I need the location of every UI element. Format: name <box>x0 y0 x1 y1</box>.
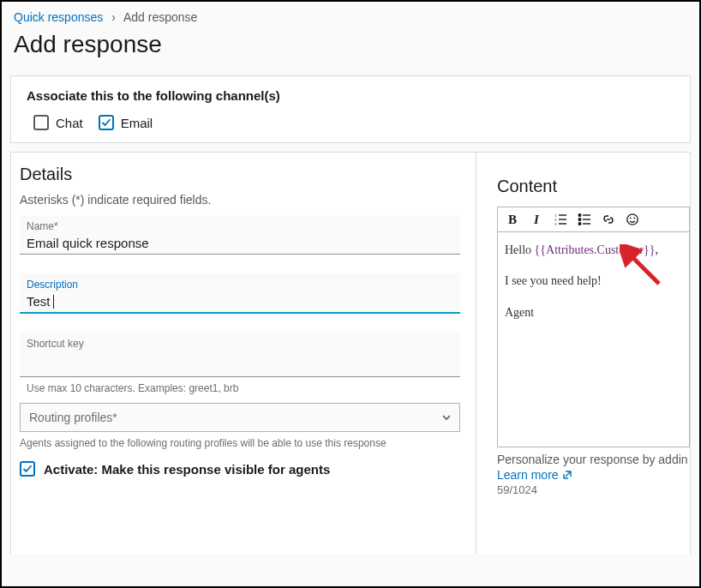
svg-point-8 <box>578 223 581 225</box>
description-field[interactable]: Description Test <box>20 273 460 314</box>
details-title: Details <box>20 165 460 184</box>
editor-body[interactable]: Hello {{Attributes.Customer}}, I see you… <box>498 232 689 447</box>
link-icon <box>602 213 615 226</box>
text-cursor-icon <box>51 295 55 309</box>
details-panel: Details Asterisks (*) indicate required … <box>10 152 476 555</box>
editor-text-line2: I see you need help! <box>505 272 682 291</box>
associate-title: Associate this to the following channel(… <box>27 88 674 103</box>
svg-point-13 <box>627 214 638 225</box>
bold-button[interactable]: B <box>505 212 520 227</box>
learn-more-link[interactable]: Learn more <box>497 468 690 482</box>
email-label: Email <box>121 116 153 130</box>
required-note: Asterisks (*) indicate required fields. <box>20 193 460 207</box>
ordered-list-button[interactable]: 123 <box>553 212 568 227</box>
editor-text-line1-prefix: Hello <box>505 243 535 256</box>
unordered-list-button[interactable] <box>577 212 592 227</box>
breadcrumb: Quick responses › Add response <box>2 2 699 27</box>
svg-point-6 <box>578 214 581 217</box>
shortcut-label: Shortcut key <box>27 338 453 350</box>
editor-text-line1-suffix: , <box>655 243 658 256</box>
routing-hint: Agents assigned to the following routing… <box>20 437 460 449</box>
italic-button[interactable]: I <box>529 212 544 227</box>
ordered-list-icon: 123 <box>554 213 567 226</box>
emoji-icon <box>626 213 639 226</box>
editor-toolbar: B I 123 <box>498 207 689 232</box>
editor-text-line3: Agent <box>505 303 682 322</box>
channel-row: Chat Email <box>33 115 674 130</box>
content-title: Content <box>497 177 690 196</box>
name-label: Name* <box>27 220 453 232</box>
associate-card: Associate this to the following channel(… <box>10 75 691 143</box>
personalize-note: Personalize your response by addin <box>497 453 690 466</box>
svg-text:3: 3 <box>554 222 557 226</box>
breadcrumb-parent[interactable]: Quick responses <box>14 10 103 24</box>
chat-checkbox[interactable] <box>33 115 49 130</box>
description-input[interactable]: Test <box>27 294 51 309</box>
activate-checkbox[interactable] <box>20 461 35 477</box>
check-icon <box>22 464 33 474</box>
char-counter: 59/1024 <box>497 483 690 496</box>
check-icon <box>101 117 111 128</box>
svg-point-7 <box>578 219 581 221</box>
editor-attribute: {{Attributes.Customer}} <box>535 243 656 256</box>
content-panel: Content B I 123 <box>476 152 691 555</box>
chevron-right-icon: › <box>111 10 116 24</box>
svg-point-15 <box>633 217 635 219</box>
email-checkbox[interactable] <box>99 115 114 130</box>
emoji-button[interactable] <box>625 212 640 227</box>
content-editor: B I 123 He <box>497 207 690 447</box>
description-label: Description <box>27 279 453 291</box>
chat-label: Chat <box>56 116 83 130</box>
shortcut-field[interactable]: Shortcut key <box>20 333 460 377</box>
learn-more-label: Learn more <box>497 468 559 482</box>
svg-point-14 <box>630 217 632 219</box>
name-field[interactable]: Name* <box>20 215 460 255</box>
chevron-down-icon <box>442 413 451 422</box>
activate-label: Activate: Make this response visible for… <box>44 462 330 477</box>
breadcrumb-current: Add response <box>123 10 197 24</box>
routing-label: Routing profiles* <box>29 411 117 424</box>
external-link-icon <box>562 470 572 480</box>
routing-select[interactable]: Routing profiles* <box>20 403 460 432</box>
unordered-list-icon <box>578 213 591 226</box>
shortcut-input[interactable] <box>27 358 453 373</box>
page-title: Add response <box>2 27 699 72</box>
link-button[interactable] <box>601 212 616 227</box>
name-input[interactable] <box>27 236 453 250</box>
shortcut-hint: Use max 10 characters. Examples: greet1,… <box>20 382 460 394</box>
